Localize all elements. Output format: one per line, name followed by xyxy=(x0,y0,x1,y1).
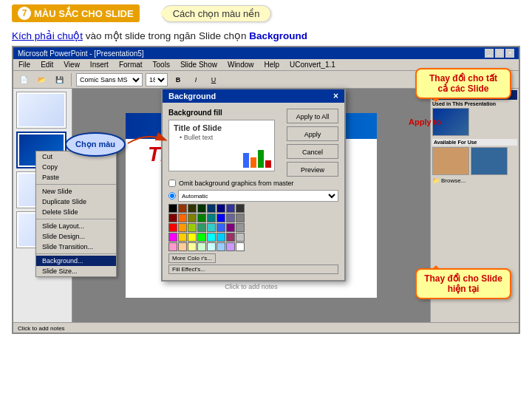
preview-btn[interactable]: Preview xyxy=(287,162,338,177)
color-swatch[interactable] xyxy=(216,214,225,222)
color-swatch[interactable] xyxy=(207,223,216,232)
bg-dialog-close-btn[interactable]: × xyxy=(333,92,338,100)
avail-thumbs xyxy=(432,147,517,175)
maximize-btn[interactable]: □ xyxy=(495,49,504,58)
color-swatch[interactable] xyxy=(188,223,197,232)
color-section: Automatic More Colo r's... Fill Effect's… xyxy=(168,190,338,274)
color-swatch[interactable] xyxy=(178,233,187,242)
menu-slideshow[interactable]: Slide Show xyxy=(178,60,219,69)
color-swatch[interactable] xyxy=(236,233,245,242)
color-swatch[interactable] xyxy=(168,204,177,213)
slide-thumb-1[interactable] xyxy=(16,92,66,129)
color-swatch[interactable] xyxy=(216,223,225,232)
color-swatch[interactable] xyxy=(188,242,197,251)
apply-to-all-btn[interactable]: Apply to All xyxy=(287,109,338,123)
font-select[interactable]: Comic Sans MS xyxy=(76,73,143,86)
color-swatch[interactable] xyxy=(178,242,187,251)
bg-fill-label: Background fill xyxy=(168,109,275,117)
color-swatch[interactable] xyxy=(168,214,177,222)
ctx-duplicate[interactable]: Duplicate Slide xyxy=(36,197,116,207)
ctx-slide-size[interactable]: Slide Size... xyxy=(36,266,116,276)
color-swatch[interactable] xyxy=(226,242,235,251)
color-swatch[interactable] xyxy=(168,242,177,251)
ctx-slide-layout[interactable]: Slide Layout... xyxy=(36,221,116,231)
ctx-delete[interactable]: Delete Slide xyxy=(36,207,116,217)
color-swatch[interactable] xyxy=(226,204,235,213)
color-swatch[interactable] xyxy=(226,223,235,232)
apply-btn[interactable]: Apply xyxy=(287,126,338,141)
menu-edit[interactable]: Edit xyxy=(38,60,55,69)
bold-btn[interactable]: B xyxy=(171,72,185,87)
color-swatch[interactable] xyxy=(178,204,187,213)
slide-click-label[interactable]: Click to add notes xyxy=(126,283,377,290)
color-swatch[interactable] xyxy=(168,223,177,232)
menu-format[interactable]: Format xyxy=(117,60,145,69)
ctx-background[interactable]: Background... xyxy=(36,256,116,266)
color-swatch[interactable] xyxy=(197,214,206,222)
color-swatch[interactable] xyxy=(197,223,206,232)
ppt-statusbar: Click to add notes xyxy=(13,322,519,334)
apply-to-text: Apply to xyxy=(409,117,441,126)
menu-insert[interactable]: Insert xyxy=(88,60,111,69)
kich-phai-chuot-link[interactable]: Kích phải chuột xyxy=(12,30,83,41)
color-swatch[interactable] xyxy=(168,233,177,242)
color-swatch[interactable] xyxy=(207,242,216,251)
menu-file[interactable]: File xyxy=(16,60,33,69)
save-btn[interactable]: 💾 xyxy=(52,72,66,87)
more-colors-row: More Colo r's... xyxy=(168,253,338,263)
open-btn[interactable]: 📂 xyxy=(34,72,49,87)
menu-window[interactable]: Window xyxy=(225,60,256,69)
callout-thay-doi-tat: Thay đổi cho tất cả các Slide xyxy=(415,68,511,99)
color-swatch[interactable] xyxy=(197,242,206,251)
color-swatch[interactable] xyxy=(226,233,235,242)
avail-thumb-1[interactable] xyxy=(432,147,469,175)
ctx-slide-transition[interactable]: Slide Transition... xyxy=(36,242,116,252)
bg-preview-title: Title of Slide xyxy=(169,120,274,134)
close-btn[interactable]: × xyxy=(505,49,514,58)
ctx-paste[interactable]: Paste xyxy=(36,172,116,183)
color-swatch[interactable] xyxy=(207,214,216,222)
color-swatch[interactable] xyxy=(236,214,245,222)
chon-mau-bubble: Chọn màu xyxy=(65,132,126,157)
color-swatch[interactable] xyxy=(216,233,225,242)
cach-chon-text: Cách chọn màu nền xyxy=(173,8,260,19)
color-dropdown[interactable]: Automatic xyxy=(178,190,338,202)
color-swatch[interactable] xyxy=(178,214,187,222)
ctx-new-slide[interactable]: New Slide xyxy=(36,186,116,197)
new-btn[interactable]: 📄 xyxy=(16,72,31,87)
menu-uconvert[interactable]: UConvert_1.1 xyxy=(287,60,338,69)
cancel-btn[interactable]: Cancel xyxy=(287,144,338,159)
color-swatch[interactable] xyxy=(197,233,206,242)
color-swatch[interactable] xyxy=(178,223,187,232)
browse-button[interactable]: 📁 Browse... xyxy=(432,177,517,184)
color-swatch[interactable] xyxy=(216,242,225,251)
color-swatch[interactable] xyxy=(188,214,197,222)
italic-btn[interactable]: I xyxy=(188,72,203,87)
underline-btn[interactable]: U xyxy=(206,72,221,87)
color-swatch[interactable] xyxy=(197,204,206,213)
color-swatch[interactable] xyxy=(207,204,216,213)
color-swatch[interactable] xyxy=(236,223,245,232)
color-swatch[interactable] xyxy=(188,204,197,213)
background-link[interactable]: Background xyxy=(249,30,307,41)
size-select[interactable]: 18 xyxy=(146,73,168,86)
omit-checkbox[interactable] xyxy=(168,180,176,187)
minimize-btn[interactable]: _ xyxy=(485,49,494,58)
color-swatch[interactable] xyxy=(188,233,197,242)
color-swatch[interactable] xyxy=(216,204,225,213)
bg-buttons: Apply to All Apply Cancel Preview xyxy=(287,109,338,177)
color-swatch[interactable] xyxy=(236,204,245,213)
color-swatch[interactable] xyxy=(236,242,245,251)
menu-help[interactable]: Help xyxy=(262,60,282,69)
color-swatch[interactable] xyxy=(226,214,235,222)
color-swatch[interactable] xyxy=(207,233,216,242)
avail-thumb-2[interactable] xyxy=(471,147,508,175)
used-in-presentation-label: Used in This Presentation xyxy=(432,101,517,106)
fill-effects-btn[interactable]: Fill Effect's... xyxy=(168,265,338,274)
more-colors-btn[interactable]: More Colo r's... xyxy=(168,253,216,263)
ctx-slide-design[interactable]: Slide Design... xyxy=(36,231,116,242)
automatic-radio[interactable] xyxy=(168,192,176,200)
menu-view[interactable]: View xyxy=(61,60,82,69)
menu-tools[interactable]: Tools xyxy=(151,60,172,69)
ctx-copy[interactable]: Copy xyxy=(36,162,116,172)
